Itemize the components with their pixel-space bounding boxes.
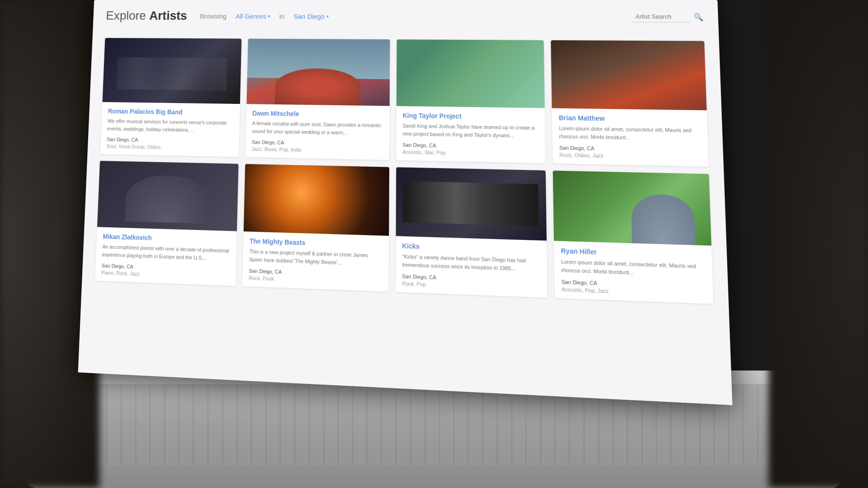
artist-image [553, 171, 712, 246]
location-dropdown[interactable]: San Diego ▾ [290, 10, 332, 22]
artist-description: Lorem ipsum dolor sit amet, consectetur … [559, 124, 701, 142]
artist-image [551, 40, 707, 110]
artist-genres: Rock, Oldies, Jazz [559, 152, 701, 160]
artist-location: San Diego, CA [252, 139, 383, 147]
artist-name[interactable]: Dawn Mitschele [252, 109, 383, 119]
artist-name[interactable]: Kicks [402, 242, 540, 254]
header: Explore Artists Browsing All Genres ▾ in… [105, 9, 703, 29]
artist-info: King Taylor Project Sandi King and Joshu… [396, 106, 546, 164]
artist-info: Ryan Hiller Lorem ipsum dolor sit amet, … [554, 241, 713, 304]
artist-location: San Diego, CA [107, 136, 233, 144]
artist-info: Dawn Mitschele A female vocalist with pu… [245, 104, 389, 160]
artist-genres: Soul, Vocal Group, Oldies [106, 143, 232, 151]
laptop-frame: Explore Artists Browsing All Genres ▾ in… [0, 0, 868, 488]
artist-name[interactable]: Brian Matthew [559, 114, 700, 124]
genre-dropdown-label: All Genres [236, 12, 266, 20]
artist-image [244, 164, 389, 236]
genre-dropdown-arrow: ▾ [268, 14, 270, 19]
location-dropdown-label: San Diego [293, 12, 325, 20]
search-input[interactable] [632, 11, 690, 23]
artist-card[interactable]: Roman Palacios Big Band We offer musical… [100, 38, 241, 157]
artist-card[interactable]: Dawn Mitschele A female vocalist with pu… [245, 39, 390, 160]
in-label: in [279, 12, 285, 20]
artist-image [396, 167, 547, 240]
artist-description: An accomplished pianist with over a deca… [102, 243, 230, 263]
artist-image [97, 161, 238, 231]
bg-blur-right [769, 0, 868, 488]
artist-info: Brian Matthew Lorem ipsum dolor sit amet… [552, 108, 709, 166]
artist-description: This is a new project myself & partner i… [249, 248, 382, 268]
artist-name[interactable]: Mikan Zlatkovich [103, 233, 231, 244]
artist-description: "Kicks" a variety dance band from San Di… [402, 253, 540, 273]
screen: Explore Artists Browsing All Genres ▾ in… [78, 0, 733, 405]
artist-image [396, 39, 545, 108]
artist-name[interactable]: The Mighty Beasts [250, 237, 382, 249]
artist-info: Mikan Zlatkovich An accomplished pianist… [95, 227, 237, 286]
artist-card[interactable]: The Mighty Beasts This is a new project … [242, 164, 389, 292]
search-icon[interactable]: 🔍 [693, 13, 703, 22]
artist-name[interactable]: Ryan Hiller [561, 247, 705, 259]
artist-info: The Mighty Beasts This is a new project … [242, 231, 389, 291]
genre-dropdown[interactable]: All Genres ▾ [232, 10, 274, 22]
location-dropdown-arrow: ▾ [326, 14, 329, 19]
artist-name[interactable]: Roman Palacios Big Band [108, 108, 234, 117]
artist-image [246, 39, 390, 106]
artist-card[interactable]: Brian Matthew Lorem ipsum dolor sit amet… [551, 40, 709, 167]
artist-image [103, 38, 242, 104]
artist-card[interactable]: Ryan Hiller Lorem ipsum dolor sit amet, … [553, 171, 713, 304]
search-area: 🔍 [632, 11, 703, 23]
page-title: Explore Artists [106, 9, 188, 23]
artist-card[interactable]: Kicks "Kicks" a variety dance band from … [396, 167, 548, 298]
artist-description: A female vocalist with pure soul, Dawn p… [252, 120, 383, 137]
artist-description: Sandi King and Joshua Taylor have teamed… [402, 122, 538, 140]
artist-description: We offer musical services for concerts v… [107, 117, 233, 135]
artist-info: Kicks "Kicks" a variety dance band from … [396, 236, 548, 297]
app-container: Explore Artists Browsing All Genres ▾ in… [78, 0, 733, 405]
browsing-label: Browsing [200, 12, 226, 20]
artist-description: Lorem ipsum dolor sit amet, consectetur … [561, 258, 706, 279]
artist-name[interactable]: King Taylor Project [403, 112, 538, 121]
artist-card[interactable]: King Taylor Project Sandi King and Joshu… [396, 39, 546, 163]
artist-genres: Jazz, Blues, Pop, Indie [251, 146, 382, 154]
artist-card[interactable]: Mikan Zlatkovich An accomplished pianist… [95, 161, 238, 286]
artist-grid: Roman Palacios Big Band We offer musical… [95, 38, 713, 304]
artist-genres: Acoustic, Star, Pop [402, 149, 539, 157]
header-controls: Browsing All Genres ▾ in San Diego ▾ [200, 10, 632, 23]
artist-info: Roman Palacios Big Band We offer musical… [100, 102, 240, 157]
